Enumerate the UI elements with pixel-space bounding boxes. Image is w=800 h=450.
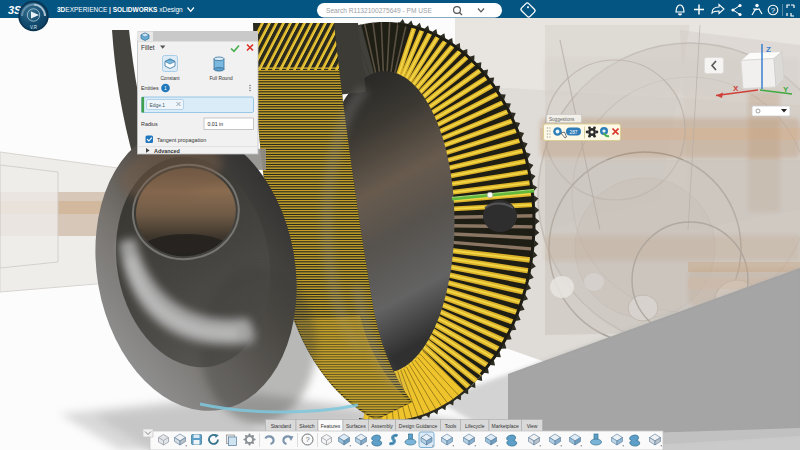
svg-text:1: 1 — [164, 85, 167, 91]
svg-text:Sketch: Sketch — [299, 423, 315, 429]
svg-text:V.R: V.R — [30, 25, 38, 30]
svg-text:287: 287 — [569, 130, 577, 135]
svg-text:Design Guidance: Design Guidance — [399, 423, 438, 429]
svg-text:View: View — [527, 423, 538, 429]
svg-text:0.01 in: 0.01 in — [208, 121, 224, 127]
svg-text:Suggestions: Suggestions — [549, 117, 575, 122]
svg-text:Constant: Constant — [160, 76, 180, 81]
svg-text:Tools: Tools — [445, 423, 457, 429]
svg-text:Advanced: Advanced — [154, 148, 180, 154]
svg-text:Z: Z — [766, 45, 771, 54]
svg-text:Assembly: Assembly — [371, 423, 393, 429]
svg-text:Search R1132100275649 - PM USE: Search R1132100275649 - PM USE — [326, 7, 432, 14]
svg-text:3DEXPERIENCE | SOLIDWORKS xDes: 3DEXPERIENCE | SOLIDWORKS xDesign — [57, 6, 183, 14]
svg-text:Radius: Radius — [141, 121, 158, 127]
svg-text:Tangent propagation: Tangent propagation — [157, 137, 206, 143]
svg-text:Features: Features — [321, 423, 341, 429]
svg-text:Lifecycle: Lifecycle — [465, 423, 485, 429]
svg-text:Marketplace: Marketplace — [492, 423, 519, 429]
svg-text:Full Round: Full Round — [209, 76, 233, 81]
svg-text:X: X — [733, 84, 739, 93]
svg-text:Standard: Standard — [271, 423, 292, 429]
svg-text:Surfaces: Surfaces — [346, 423, 366, 429]
svg-text:Y: Y — [783, 85, 789, 94]
svg-text:Entities: Entities — [141, 85, 159, 91]
svg-text:Edge.1: Edge.1 — [150, 103, 166, 108]
svg-text:?: ? — [305, 435, 309, 444]
svg-text:Fillet: Fillet — [141, 44, 155, 51]
svg-text:?: ? — [771, 6, 776, 15]
